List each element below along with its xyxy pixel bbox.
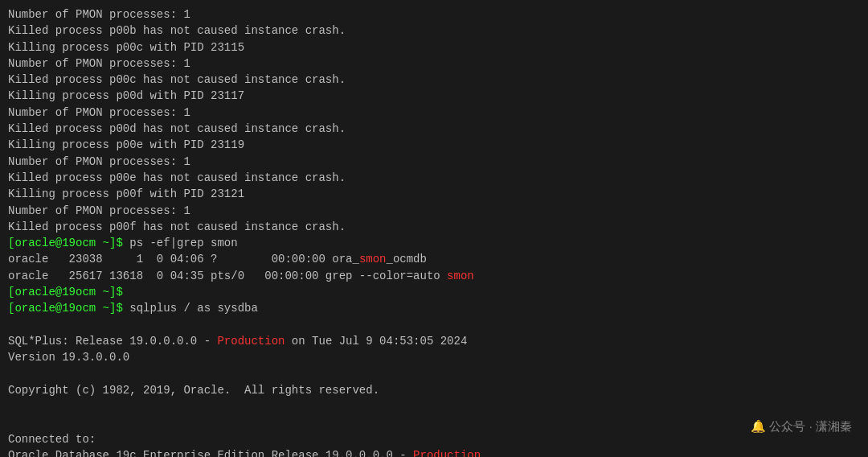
terminal-line: Killed process p00b has not caused insta… (8, 23, 860, 39)
terminal-line: [oracle@19ocm ~]$ sqlplus / as sysdba (8, 300, 860, 316)
terminal-line (8, 366, 860, 382)
terminal-line (8, 317, 860, 333)
terminal-line: Killed process p00e has not caused insta… (8, 170, 860, 186)
terminal-line: Number of PMON processes: 1 (8, 203, 860, 219)
terminal-line: Number of PMON processes: 1 (8, 105, 860, 121)
terminal-line: Oracle Database 19c Enterprise Edition R… (8, 447, 860, 457)
terminal-line: Connected to: (8, 431, 860, 447)
terminal-line: Killing process p00f with PID 23121 (8, 186, 860, 202)
terminal-line: Killing process p00e with PID 23119 (8, 137, 860, 153)
terminal-line: Killed process p00f has not caused insta… (8, 219, 860, 235)
terminal-line (8, 414, 860, 430)
terminal-line: Number of PMON processes: 1 (8, 154, 860, 170)
terminal-line: [oracle@19ocm ~]$ (8, 284, 860, 300)
terminal-line: Killing process p00c with PID 23115 (8, 39, 860, 56)
terminal-line: Number of PMON processes: 1 (8, 6, 860, 23)
terminal-line: [oracle@19ocm ~]$ ps -ef|grep smon (8, 235, 860, 251)
terminal: Number of PMON processes: 1Killed proces… (0, 0, 868, 457)
watermark: 🔔 公众号 · 潇湘秦 (751, 419, 852, 434)
terminal-line: oracle 25617 13618 0 04:35 pts/0 00:00:0… (8, 268, 860, 284)
terminal-line: Killed process p00c has not caused insta… (8, 72, 860, 88)
terminal-line: Version 19.3.0.0.0 (8, 349, 860, 365)
terminal-line: Killed process p00d has not caused insta… (8, 121, 860, 137)
terminal-line: SQL*Plus: Release 19.0.0.0.0 - Productio… (8, 333, 860, 349)
terminal-line: Number of PMON processes: 1 (8, 56, 860, 72)
terminal-line: Copyright (c) 1982, 2019, Oracle. All ri… (8, 382, 860, 398)
terminal-line: Killing process p00d with PID 23117 (8, 88, 860, 104)
terminal-line: oracle 23038 1 0 04:06 ? 00:00:00 ora_sm… (8, 251, 860, 267)
terminal-line (8, 398, 860, 414)
